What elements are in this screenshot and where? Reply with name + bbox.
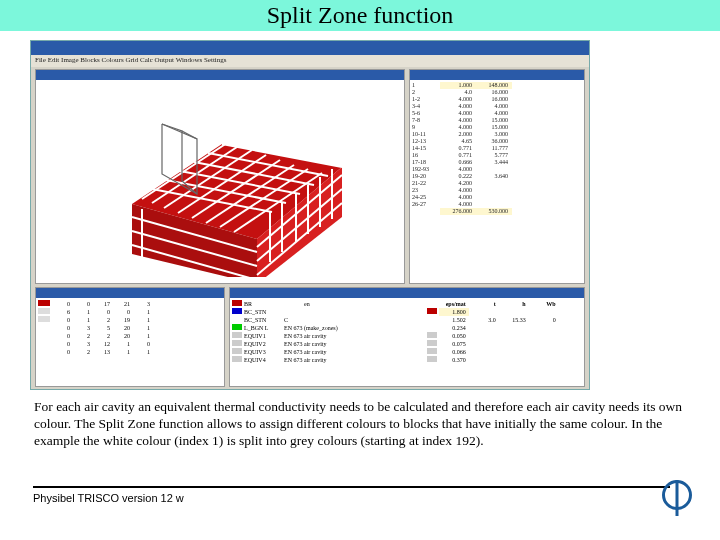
window-titlebar <box>31 41 589 55</box>
pane-titlebar <box>36 70 404 80</box>
color-swatch-icon <box>232 332 242 338</box>
table-row[interactable]: 61001 <box>38 308 222 316</box>
table-row[interactable]: 031210 <box>38 340 222 348</box>
color-swatch-icon <box>427 340 437 346</box>
table-row[interactable]: 0017213 <box>38 300 222 308</box>
table-row[interactable]: 276.000530.000 <box>412 208 582 215</box>
table-row[interactable]: 0.370 <box>427 356 582 364</box>
color-swatch-icon <box>38 324 50 330</box>
pane-titlebar <box>230 288 584 298</box>
svg-line-30 <box>182 131 197 139</box>
table-row[interactable]: 24.016.000 <box>412 89 582 96</box>
table-row[interactable]: 0.050 <box>427 332 582 340</box>
table-header: eps/matthWb <box>427 300 582 308</box>
blocks-panel[interactable]: 0017213610010121910352010222010312100213… <box>35 287 225 387</box>
table-row[interactable]: 021311 <box>38 348 222 356</box>
color-swatch-icon <box>427 324 437 330</box>
pane-titlebar <box>36 288 224 298</box>
table-row[interactable]: 14-150.77111.777 <box>412 145 582 152</box>
3d-canvas[interactable] <box>42 84 398 277</box>
table-row[interactable]: 17-180.6663.444 <box>412 159 582 166</box>
grid-table-pane[interactable]: 11.000148.00024.016.0001-24.00016.0003-4… <box>409 69 585 284</box>
color-swatch-icon <box>38 316 50 322</box>
table-row[interactable]: 12-134.6536.000 <box>412 138 582 145</box>
footer-text: Physibel TRISCO version 12 w <box>33 492 184 504</box>
color-swatch-icon <box>232 316 242 322</box>
table-row[interactable]: 7-84.00015.000 <box>412 117 582 124</box>
color-swatch-icon <box>38 340 50 346</box>
table-row[interactable]: 0.234 <box>427 324 582 332</box>
color-swatch-icon <box>232 300 242 306</box>
table-row[interactable]: 21-224.200 <box>412 180 582 187</box>
colours-panel[interactable]: BRenBC_STNBC_STNCL_BGN LEN 673(make_zone… <box>229 287 585 387</box>
color-swatch-icon <box>232 308 242 314</box>
table-row[interactable]: 10-112.0003.000 <box>412 131 582 138</box>
color-swatch-icon <box>232 340 242 346</box>
color-swatch-icon <box>38 300 50 306</box>
table-row[interactable]: 24-254.000 <box>412 194 582 201</box>
divider <box>33 486 670 488</box>
table-row[interactable]: EQUIV3EN 673air cavity <box>232 348 423 356</box>
description-text: For each air cavity an equivalent therma… <box>34 398 696 449</box>
color-swatch-icon <box>232 324 242 330</box>
color-swatch-icon <box>427 348 437 354</box>
color-swatch-icon <box>38 332 50 338</box>
table-row[interactable]: 94.00015.000 <box>412 124 582 131</box>
table-row[interactable]: 022201 <box>38 332 222 340</box>
table-row[interactable]: 1.800 <box>427 308 582 316</box>
table-row[interactable]: 012191 <box>38 316 222 324</box>
brick-model-icon <box>122 109 352 277</box>
table-row[interactable]: 11.000148.000 <box>412 82 582 89</box>
table-row[interactable]: L_BGN LEN 673(make_zones) <box>232 324 423 332</box>
color-swatch-icon <box>427 308 437 314</box>
color-swatch-icon <box>427 332 437 338</box>
table-row[interactable]: 26-274.000 <box>412 201 582 208</box>
color-swatch-icon <box>232 348 242 354</box>
table-row[interactable]: 5-64.0004.000 <box>412 110 582 117</box>
table-row[interactable]: BRen <box>232 300 423 308</box>
table-row[interactable]: 0.066 <box>427 348 582 356</box>
table-row[interactable]: 0.075 <box>427 340 582 348</box>
table-row[interactable]: EQUIV2EN 673air cavity <box>232 340 423 348</box>
table-row[interactable]: EQUIV1EN 673air cavity <box>232 332 423 340</box>
3d-view-pane <box>35 69 405 284</box>
table-row[interactable]: EQUIV4EN 673air cavity <box>232 356 423 364</box>
table-row[interactable]: 1-24.00016.000 <box>412 96 582 103</box>
color-swatch-icon <box>232 356 242 362</box>
table-row[interactable]: BC_STN <box>232 308 423 316</box>
table-row[interactable]: 19-200.2223.640 <box>412 173 582 180</box>
screenshot-window: File Edit Image Blocks Colours Grid Calc… <box>30 40 590 390</box>
color-swatch-icon <box>427 356 437 362</box>
table-row[interactable]: 192-934.000 <box>412 166 582 173</box>
table-row[interactable]: 234.000 <box>412 187 582 194</box>
pane-titlebar <box>410 70 584 80</box>
physibel-logo-icon <box>662 480 696 514</box>
color-swatch-icon <box>427 316 437 322</box>
table-row[interactable]: BC_STNC <box>232 316 423 324</box>
table-row[interactable]: 1.5023.015.330 <box>427 316 582 324</box>
table-row[interactable]: 160.7715.777 <box>412 152 582 159</box>
table-row[interactable]: 035201 <box>38 324 222 332</box>
menubar[interactable]: File Edit Image Blocks Colours Grid Calc… <box>31 55 589 67</box>
color-swatch-icon <box>38 308 50 314</box>
color-swatch-icon <box>38 348 50 354</box>
slide-title: Split Zone function <box>0 0 720 31</box>
table-row[interactable]: 3-44.0004.000 <box>412 103 582 110</box>
